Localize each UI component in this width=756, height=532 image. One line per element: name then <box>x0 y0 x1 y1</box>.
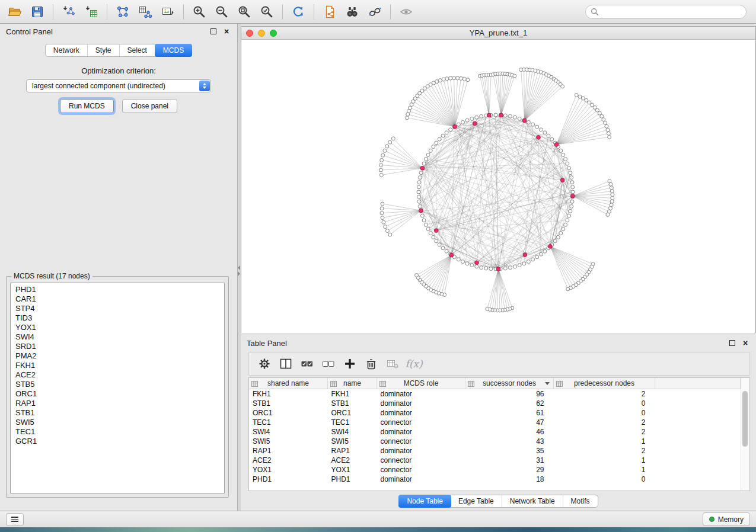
import-table-icon <box>84 5 98 19</box>
mcds-result-item[interactable]: ORC1 <box>11 389 224 399</box>
table-scrollbar[interactable] <box>741 378 749 491</box>
cell: PHD1 <box>249 475 328 484</box>
function-builder-button[interactable]: f(x) <box>403 354 425 373</box>
mcds-result-item[interactable]: TID3 <box>11 313 224 323</box>
table-row[interactable]: SWI5SWI5connector431 <box>249 437 741 446</box>
column-header-shared-name[interactable]: shared name <box>249 378 328 389</box>
zoom-selected-button[interactable] <box>256 2 278 22</box>
clear-table-button[interactable] <box>382 354 403 373</box>
network-window-titlebar[interactable]: YPA_prune.txt_1 <box>241 27 755 40</box>
export-network-button[interactable] <box>318 2 341 22</box>
cell: connector <box>377 456 465 465</box>
mcds-result-item[interactable]: FKH1 <box>11 361 224 370</box>
float-panel-button[interactable] <box>209 27 218 36</box>
import-network-button[interactable] <box>58 2 80 22</box>
mcds-result-item[interactable]: RAP1 <box>11 399 224 408</box>
mcds-result-item[interactable]: CAR1 <box>11 294 224 304</box>
cell: ORC1 <box>249 408 328 418</box>
network-canvas[interactable] <box>241 40 755 333</box>
table-row[interactable]: YOX1YOX1connector291 <box>249 465 741 475</box>
search-box[interactable] <box>585 5 747 19</box>
first-neighbors-button[interactable] <box>341 2 363 22</box>
mcds-result-item[interactable]: PHD1 <box>11 285 224 294</box>
tab-mcds[interactable]: MCDS <box>155 44 192 57</box>
cell: 35 <box>465 446 554 456</box>
column-header-predecessor-nodes[interactable]: predecessor nodes <box>554 378 655 389</box>
splitter-collapse-icon[interactable] <box>238 265 240 270</box>
table-row[interactable]: ACE2ACE2connector311 <box>249 456 741 465</box>
close-control-panel-button[interactable]: × <box>222 27 231 36</box>
table-settings-button[interactable] <box>254 354 275 373</box>
table-row[interactable]: SWI4SWI4dominator462 <box>249 427 741 437</box>
memory-button[interactable]: Memory <box>703 512 750 526</box>
new-network-button[interactable] <box>111 2 134 22</box>
mcds-result-item[interactable]: TEC1 <box>11 427 224 437</box>
plus-icon <box>343 357 356 370</box>
open-file-button[interactable] <box>4 2 26 22</box>
column-header-MCDS-role[interactable]: MCDS role <box>377 378 465 389</box>
save-session-button[interactable] <box>26 2 49 22</box>
application-window: Control Panel × NetworkStyleSelectMCDS O… <box>0 0 756 532</box>
task-history-button[interactable] <box>6 513 24 526</box>
table-row[interactable]: TEC1TEC1connector472 <box>249 418 741 427</box>
delete-column-button[interactable] <box>361 354 382 373</box>
tab-motifs[interactable]: Motifs <box>563 495 598 507</box>
zoom-out-button[interactable] <box>210 2 233 22</box>
mcds-result-item[interactable]: PMA2 <box>11 351 224 361</box>
mcds-result-item[interactable]: STB5 <box>11 380 224 389</box>
tab-edge-table[interactable]: Edge Table <box>451 495 502 507</box>
column-header-name[interactable]: name <box>328 378 377 389</box>
control-panel-title: Control Panel <box>6 27 53 36</box>
deselect-all-button[interactable] <box>318 354 339 373</box>
column-header-successor-nodes[interactable]: successor nodes <box>465 378 554 389</box>
zoom-fit-button[interactable] <box>233 2 256 22</box>
export-image-button[interactable] <box>157 2 179 22</box>
close-table-panel-button[interactable]: × <box>741 338 750 348</box>
mcds-result-item[interactable]: STB1 <box>11 408 224 418</box>
tab-style[interactable]: Style <box>88 44 120 56</box>
zoom-in-button[interactable] <box>188 2 210 22</box>
style-preview-button[interactable] <box>363 2 386 22</box>
select-all-button[interactable] <box>296 354 318 373</box>
search-input[interactable] <box>599 7 741 17</box>
tab-network-table[interactable]: Network Table <box>502 495 563 507</box>
float-table-panel-button[interactable] <box>728 338 737 348</box>
mcds-result-item[interactable]: SRD1 <box>11 342 224 351</box>
network-graph[interactable] <box>241 40 755 333</box>
tab-network[interactable]: Network <box>46 44 88 56</box>
cell-filler <box>655 437 741 446</box>
cell: 0 <box>554 399 655 408</box>
table-row[interactable]: FKH1FKH1dominator962 <box>249 389 741 399</box>
criterion-dropdown[interactable]: largest connected component (undirected) <box>26 79 211 92</box>
splitter-expand-icon[interactable] <box>238 271 240 276</box>
mcds-result-item[interactable]: STP4 <box>11 304 224 313</box>
apply-layout-button[interactable] <box>287 2 310 22</box>
create-column-button[interactable] <box>339 354 361 373</box>
network-from-table-button[interactable] <box>134 2 157 22</box>
table-row[interactable]: STB1STB1dominator620 <box>249 399 741 408</box>
import-network-icon <box>62 5 76 19</box>
mcds-result-item[interactable]: GCR1 <box>11 437 224 446</box>
show-columns-button[interactable] <box>275 354 296 373</box>
run-mcds-button[interactable]: Run MCDS <box>60 99 114 113</box>
show-hide-button[interactable] <box>395 2 417 22</box>
cell-filler <box>655 475 741 484</box>
tab-select[interactable]: Select <box>120 44 155 56</box>
mcds-result-item[interactable]: YOX1 <box>11 323 224 332</box>
import-table-button[interactable] <box>80 2 103 22</box>
cell: STB1 <box>328 399 377 408</box>
mcds-result-item[interactable]: SWI4 <box>11 332 224 342</box>
cell-filler <box>655 408 741 418</box>
mcds-result-item[interactable]: ACE2 <box>11 370 224 380</box>
tab-node-table[interactable]: Node Table <box>398 495 451 508</box>
mcds-result-item[interactable]: SWI5 <box>11 418 224 427</box>
scrollbar-thumb[interactable] <box>742 391 748 447</box>
cell: TEC1 <box>328 418 377 427</box>
fx-icon: f(x) <box>405 358 422 370</box>
cell: RAP1 <box>249 446 328 456</box>
table-row[interactable]: RAP1RAP1dominator352 <box>249 446 741 456</box>
table-row[interactable]: PHD1PHD1dominator180 <box>249 475 741 484</box>
table-row[interactable]: ORC1ORC1dominator610 <box>249 408 741 418</box>
close-panel-button[interactable]: Close panel <box>122 99 177 113</box>
column-menu-chevron-icon[interactable] <box>545 382 550 385</box>
